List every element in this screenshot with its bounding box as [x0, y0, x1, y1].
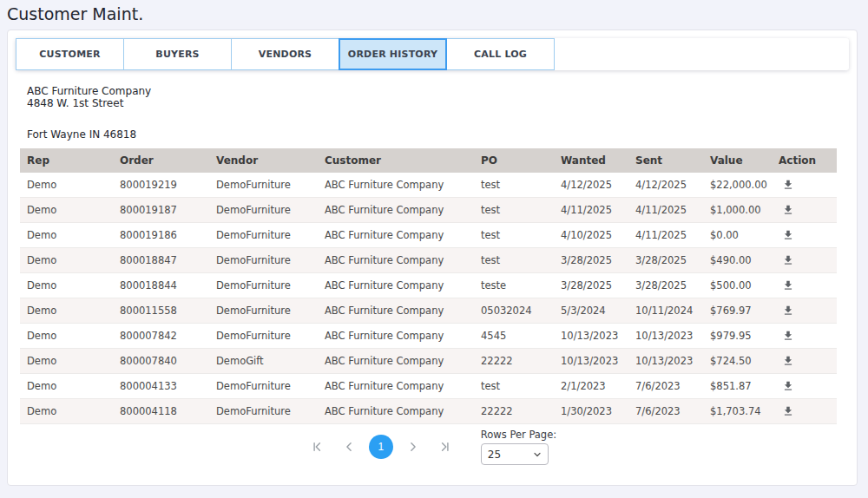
cell-sent: 4/11/2025 — [628, 223, 703, 248]
download-button[interactable] — [779, 227, 798, 243]
cell-wanted: 5/3/2024 — [554, 298, 628, 324]
cell-wanted: 4/11/2025 — [554, 198, 628, 223]
cell-po: test — [474, 248, 554, 273]
previous-page-button[interactable] — [339, 436, 359, 457]
cell-wanted: 10/13/2023 — [554, 324, 628, 349]
column-header-order: Order — [113, 148, 209, 173]
cell-customer: ABC Furniture Company — [318, 198, 474, 223]
table-row: Demo 800019187 DemoFurniture ABC Furnitu… — [20, 198, 837, 223]
cell-action — [772, 198, 837, 223]
column-header-action: Action — [772, 148, 837, 173]
download-button[interactable] — [779, 252, 798, 268]
rows-per-page-select[interactable]: 25 — [481, 443, 549, 465]
first-page-button[interactable] — [308, 436, 329, 457]
cell-order: 800019186 — [113, 223, 209, 248]
pagination-bar: 1 Rows Per Page: 25 — [8, 424, 857, 469]
table-row: Demo 800004133 DemoFurniture ABC Furnitu… — [20, 374, 837, 399]
download-button[interactable] — [779, 278, 798, 293]
cell-sent: 10/13/2023 — [628, 349, 703, 374]
download-icon — [782, 204, 794, 216]
tab-buyers[interactable]: BUYERS — [123, 38, 232, 70]
download-icon — [782, 279, 794, 292]
cell-vendor: DemoFurniture — [209, 298, 318, 324]
cell-wanted: 3/28/2025 — [554, 248, 628, 273]
column-header-wanted: Wanted — [554, 148, 628, 173]
cell-order: 800018847 — [113, 248, 209, 273]
cell-vendor: DemoFurniture — [209, 173, 318, 198]
chevron-right-icon — [407, 441, 419, 453]
cell-wanted: 4/12/2025 — [554, 173, 628, 198]
cell-vendor: DemoFurniture — [209, 248, 318, 273]
cell-po: test — [474, 198, 554, 223]
customer-info: ABC Furniture Company 4848 W. 1st Street… — [27, 85, 857, 141]
column-header-vendor: Vendor — [209, 148, 318, 173]
download-icon — [782, 330, 794, 342]
column-header-sent: Sent — [628, 148, 703, 173]
page-number-button[interactable]: 1 — [369, 435, 393, 459]
cell-po: 22222 — [474, 349, 554, 374]
cell-action — [772, 248, 837, 273]
cell-order: 800007842 — [113, 324, 209, 349]
tab-label: CALL LOG — [474, 49, 527, 60]
tab-call-log[interactable]: CALL LOG — [446, 38, 555, 70]
cell-sent: 4/12/2025 — [628, 173, 703, 198]
cell-rep: Demo — [20, 273, 113, 298]
download-button[interactable] — [779, 403, 798, 419]
cell-value: $851.87 — [703, 374, 772, 399]
cell-rep: Demo — [20, 349, 113, 374]
download-icon — [782, 355, 794, 367]
cell-action — [772, 374, 837, 399]
cell-vendor: DemoGift — [209, 349, 318, 374]
table-row: Demo 800011558 DemoFurniture ABC Furnitu… — [20, 298, 837, 324]
cell-action — [772, 349, 837, 374]
column-header-value: Value — [703, 148, 772, 173]
cell-sent: 3/28/2025 — [628, 248, 703, 273]
cell-sent: 7/6/2023 — [628, 399, 703, 424]
cell-value: $979.95 — [703, 324, 772, 349]
cell-vendor: DemoFurniture — [209, 324, 318, 349]
cell-action — [772, 324, 837, 349]
tab-vendors[interactable]: VENDORS — [231, 38, 339, 70]
cell-rep: Demo — [20, 173, 113, 198]
tab-order-history[interactable]: ORDER HISTORY — [339, 38, 447, 70]
customer-city-state-zip: Fort Wayne IN 46818 — [27, 128, 857, 141]
cell-wanted: 10/13/2023 — [554, 349, 628, 374]
tab-strip: CUSTOMER BUYERS VENDORS ORDER HISTORY CA… — [16, 38, 849, 70]
tab-label: BUYERS — [155, 49, 199, 60]
cell-order: 800011558 — [113, 298, 209, 324]
cell-vendor: DemoFurniture — [209, 198, 318, 223]
cell-po: test — [474, 374, 554, 399]
download-button[interactable] — [779, 378, 798, 394]
tab-label: VENDORS — [259, 49, 312, 60]
chevron-left-icon — [343, 441, 355, 453]
last-page-button[interactable] — [433, 436, 454, 457]
download-button[interactable] — [779, 353, 798, 369]
cell-value: $22,000.00 — [703, 173, 772, 198]
download-button[interactable] — [779, 328, 798, 344]
cell-value: $724.50 — [703, 349, 772, 374]
cell-order: 800004118 — [113, 399, 209, 424]
download-button[interactable] — [779, 303, 798, 318]
next-page-button[interactable] — [403, 436, 424, 457]
cell-rep: Demo — [20, 399, 113, 424]
cell-customer: ABC Furniture Company — [318, 298, 474, 324]
table-row: Demo 800018844 DemoFurniture ABC Furnitu… — [20, 273, 837, 298]
tab-customer[interactable]: CUSTOMER — [16, 38, 124, 70]
cell-rep: Demo — [20, 198, 113, 223]
table-row: Demo 800004118 DemoFurniture ABC Furnitu… — [20, 399, 837, 424]
tab-label: ORDER HISTORY — [348, 49, 437, 60]
download-button[interactable] — [779, 177, 798, 193]
cell-sent: 4/11/2025 — [628, 198, 703, 223]
cell-customer: ABC Furniture Company — [318, 374, 474, 399]
cell-order: 800004133 — [113, 374, 209, 399]
download-button[interactable] — [779, 202, 798, 218]
cell-value: $0.00 — [703, 223, 772, 248]
column-header-rep: Rep — [20, 148, 113, 173]
cell-rep: Demo — [20, 223, 113, 248]
cell-action — [772, 173, 837, 198]
cell-customer: ABC Furniture Company — [318, 173, 474, 198]
cell-po: test — [474, 173, 554, 198]
table-row: Demo 800019219 DemoFurniture ABC Furnitu… — [20, 173, 837, 198]
rows-per-page-block: Rows Per Page: 25 — [481, 429, 556, 465]
cell-po: 22222 — [474, 399, 554, 424]
